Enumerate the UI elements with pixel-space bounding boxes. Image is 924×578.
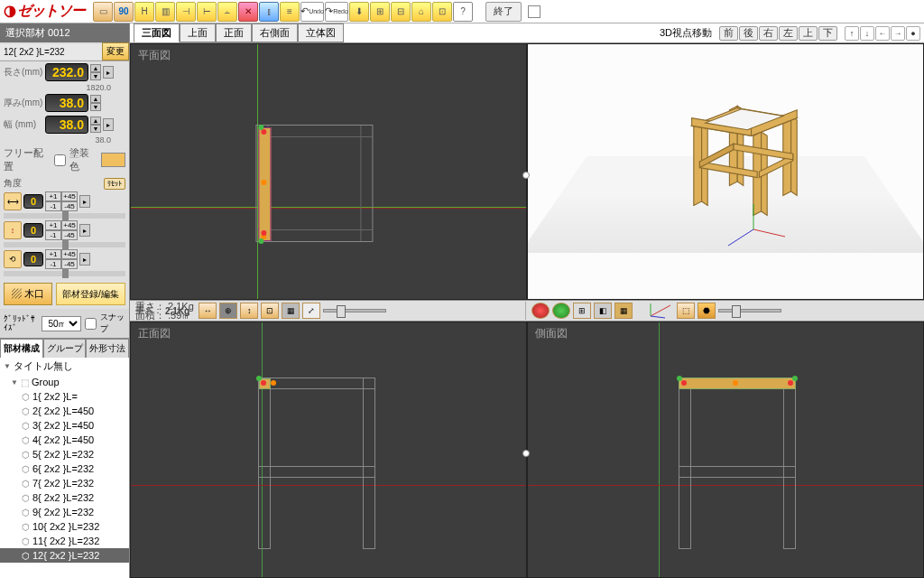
vert-p45[interactable]: +45: [61, 220, 78, 230]
horiz-m45[interactable]: -45: [61, 201, 78, 211]
front-view-pane[interactable]: 正面図: [130, 322, 527, 578]
v3d-arrow-left[interactable]: ←: [875, 26, 890, 41]
redo-button[interactable]: ↷Redo: [325, 2, 348, 22]
tool-panel2-icon[interactable]: ⊟: [391, 2, 411, 22]
tree-part[interactable]: ⬡4{ 2x2 }L=450: [0, 433, 129, 447]
tool-delete-icon[interactable]: ✕: [238, 2, 258, 22]
v3d-arrow-down[interactable]: ↓: [860, 26, 874, 41]
tree-part[interactable]: ⬡11{ 2x2 }L=232: [0, 534, 129, 548]
rot-more[interactable]: ▸: [79, 253, 90, 266]
tool-rect-icon[interactable]: ▭: [93, 2, 113, 22]
mid-btn-6[interactable]: ⤢: [302, 303, 320, 319]
side-view-pane[interactable]: 側面図: [527, 322, 924, 578]
mid-btn-4[interactable]: ⊡: [261, 303, 279, 319]
length-dn[interactable]: ▼: [90, 72, 101, 80]
snap-checkbox[interactable]: [85, 318, 97, 330]
tool-align-icon[interactable]: ⫿: [259, 2, 279, 22]
tool-joint1-icon[interactable]: ⊣: [176, 2, 196, 22]
mid-btn-5[interactable]: ▦: [282, 303, 300, 319]
tree-part[interactable]: ⬡9{ 2x2 }L=232: [0, 505, 129, 519]
view-home-btn[interactable]: ⬣: [698, 303, 716, 319]
tool-export-icon[interactable]: ⬇: [349, 2, 369, 22]
v3d-center[interactable]: ●: [906, 26, 920, 41]
horiz-p1[interactable]: +1: [45, 191, 61, 201]
vert-value[interactable]: 0: [23, 223, 43, 238]
tool-joint3-icon[interactable]: ⫠: [217, 2, 237, 22]
perspective-view-pane[interactable]: [527, 43, 924, 300]
tree-part[interactable]: ⬡3{ 2x2 }L=450: [0, 418, 129, 433]
plan-view-pane[interactable]: 平面図: [130, 43, 527, 300]
thick-up[interactable]: ▲: [90, 95, 101, 103]
register-button[interactable]: 部材登録/編集: [56, 283, 125, 305]
render-solid[interactable]: ◧: [594, 303, 612, 319]
paint-color-swatch[interactable]: [101, 153, 125, 167]
vtab-right[interactable]: 右側面: [252, 23, 298, 42]
tree-part[interactable]: ⬡8{ 2x2 }L=232: [0, 490, 129, 505]
v3d-left[interactable]: 左: [779, 26, 798, 41]
zoom-slider-right[interactable]: [718, 309, 781, 312]
render-sphere-r[interactable]: [531, 303, 550, 319]
tree-part[interactable]: ⬡7{ 2x2 }L=232: [0, 476, 129, 490]
width-value[interactable]: 38.0: [45, 116, 88, 134]
parts-tree[interactable]: ▼タイトル無し ▼⬚Group ⬡1{ 2x2 }L= ⬡2{ 2x2 }L=4…: [0, 358, 129, 578]
checkbox-unknown[interactable]: [528, 5, 541, 18]
tree-part[interactable]: ⬡6{ 2x2 }L=232: [0, 461, 129, 476]
tree-part[interactable]: ⬡2{ 2x2 }L=450: [0, 404, 129, 418]
width-dn[interactable]: ▼: [90, 125, 101, 133]
thick-value[interactable]: 38.0: [45, 94, 88, 112]
rot-p45[interactable]: +45: [61, 249, 78, 259]
vert-p1[interactable]: +1: [45, 220, 61, 230]
tab-group[interactable]: グループ: [43, 339, 87, 358]
vert-m1[interactable]: -1: [45, 230, 61, 240]
vtab-front[interactable]: 正面: [216, 23, 252, 42]
mid-btn-3[interactable]: ↕: [240, 303, 258, 319]
length-more[interactable]: ▸: [103, 66, 114, 79]
help-icon[interactable]: ?: [453, 2, 473, 22]
tool-box-icon[interactable]: ⊡: [432, 2, 452, 22]
view-cube-btn[interactable]: ⬚: [677, 303, 695, 319]
tree-root[interactable]: ▼タイトル無し: [0, 358, 129, 375]
thick-dn[interactable]: ▼: [90, 103, 101, 111]
rot-m45[interactable]: -45: [61, 259, 78, 269]
tree-group[interactable]: ▼⬚Group: [0, 375, 129, 389]
width-up[interactable]: ▲: [90, 117, 101, 125]
length-value[interactable]: 232.0: [45, 63, 88, 81]
tab-dims[interactable]: 外形寸法: [86, 339, 129, 358]
render-wire[interactable]: ⊞: [573, 303, 591, 319]
v3d-up[interactable]: 上: [799, 26, 818, 41]
horiz-more[interactable]: ▸: [79, 195, 90, 208]
angle-reset[interactable]: ﾘｾｯﾄ: [104, 178, 125, 190]
v3d-front[interactable]: 前: [719, 26, 738, 41]
tool-home-icon[interactable]: ⌂: [411, 2, 431, 22]
v3d-arrow-right[interactable]: →: [891, 26, 905, 41]
tab-parts[interactable]: 部材構成: [0, 339, 43, 358]
tool-grid-icon[interactable]: ▥: [155, 2, 175, 22]
rot-p1[interactable]: +1: [45, 249, 61, 259]
horiz-m1[interactable]: -1: [45, 201, 61, 211]
vtab-3view[interactable]: 三面図: [134, 23, 180, 42]
rot-m1[interactable]: -1: [45, 259, 61, 269]
width-more[interactable]: ▸: [103, 118, 114, 131]
horiz-p45[interactable]: +45: [61, 191, 78, 201]
v3d-back[interactable]: 後: [739, 26, 758, 41]
tool-h-icon[interactable]: H: [134, 2, 154, 22]
kiguchi-button[interactable]: ▨ 木口: [4, 283, 52, 305]
tree-part[interactable]: ⬡10{ 2x2 }L=232: [0, 519, 129, 534]
tree-part[interactable]: ⬡1{ 2x2 }L=: [0, 389, 129, 404]
mid-btn-2[interactable]: ⊕: [219, 303, 237, 319]
render-sphere-g[interactable]: [552, 303, 570, 319]
exit-button[interactable]: 終了: [485, 2, 522, 22]
v3d-down[interactable]: 下: [818, 26, 837, 41]
grid-size-select[interactable]: 50ｍｍ: [42, 316, 81, 331]
tree-part-selected[interactable]: ⬡12{ 2x2 }L=232: [0, 548, 129, 563]
tool-90-icon[interactable]: 90: [114, 2, 134, 22]
undo-button[interactable]: ↶Undo: [300, 2, 324, 22]
zoom-slider-left[interactable]: [323, 309, 386, 312]
mid-btn-1[interactable]: ↔: [199, 303, 217, 319]
tool-joint2-icon[interactable]: ⊢: [197, 2, 217, 22]
tree-part[interactable]: ⬡5{ 2x2 }L=232: [0, 447, 129, 461]
change-button[interactable]: 変更: [102, 42, 129, 61]
vert-more[interactable]: ▸: [79, 224, 90, 237]
rot-value[interactable]: 0: [23, 252, 43, 266]
v3d-right[interactable]: 右: [759, 26, 778, 41]
